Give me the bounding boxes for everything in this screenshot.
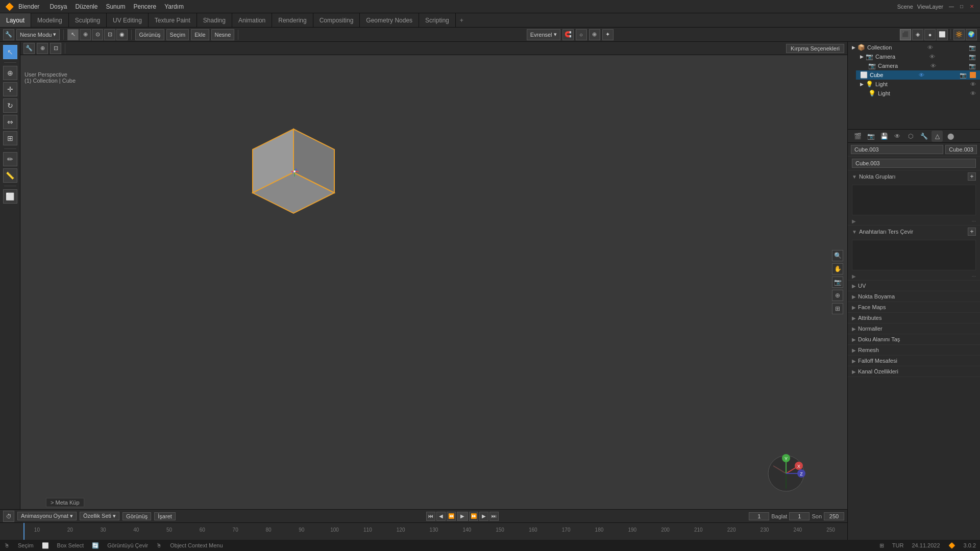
- tab-rendering[interactable]: Rendering: [272, 13, 313, 27]
- camera-icon[interactable]: 📷: [832, 277, 843, 288]
- tab-modeling[interactable]: Modeling: [31, 13, 69, 27]
- object-name-input[interactable]: [851, 145, 943, 154]
- proportional-edit-icon[interactable]: ○: [576, 29, 587, 40]
- camera-eye[interactable]: 👁: [930, 63, 936, 69]
- minimize-btn[interactable]: —: [947, 3, 955, 11]
- tool-rotate[interactable]: ↻: [3, 98, 17, 113]
- close-btn[interactable]: ✕: [968, 3, 976, 11]
- attributes-section-header[interactable]: ▶ Attributes: [848, 313, 980, 323]
- mesh-name-input[interactable]: [852, 159, 976, 168]
- prev-keyframe-btn[interactable]: ⏪: [447, 512, 456, 521]
- camera-parent-eye[interactable]: 👁: [929, 54, 935, 60]
- tool-measure[interactable]: 📏: [3, 168, 17, 183]
- outliner-item-camera[interactable]: 📷 Camera 👁 📷: [864, 61, 980, 70]
- camera-parent-render[interactable]: 📷: [969, 54, 976, 60]
- falloff-section-header[interactable]: ▶ Falloff Mesafesi: [848, 356, 980, 366]
- add-workspace-btn[interactable]: +: [456, 15, 468, 26]
- menu-yardim[interactable]: Yardım: [160, 2, 188, 11]
- tab-sculpting[interactable]: Sculpting: [69, 13, 107, 27]
- solid-mode-icon[interactable]: ⬛: [900, 29, 911, 40]
- remesh-section-header[interactable]: ▶ Remesh: [848, 345, 980, 356]
- light-eye[interactable]: 👁: [970, 90, 976, 96]
- face-maps-section-header[interactable]: ▶ Face Maps: [848, 302, 980, 313]
- local-icon[interactable]: ⊙: [92, 29, 103, 40]
- wireframe-mode-icon[interactable]: ⬜: [937, 29, 948, 40]
- view-dropdown-btn[interactable]: Görünüş: [122, 512, 151, 520]
- tab-animation[interactable]: Animation: [232, 13, 272, 27]
- light-parent-eye[interactable]: 👁: [970, 81, 976, 87]
- props-tab-output[interactable]: 💾: [878, 131, 890, 142]
- tool-cursor[interactable]: ⊕: [3, 66, 17, 80]
- vertex-groups-add-btn[interactable]: +: [968, 172, 976, 181]
- collection-render[interactable]: 📷: [969, 44, 976, 51]
- transform-orient-btn[interactable]: Evrensel ▾: [527, 29, 560, 40]
- viewport-3d[interactable]: 🔧 ⊕ ⊡ Kırpma Seçenekleri: [20, 42, 847, 509]
- view-select-icon[interactable]: ↖: [67, 29, 79, 40]
- uv-section-header[interactable]: ▶ UV: [848, 281, 980, 291]
- snapping-icon[interactable]: ⊡: [104, 29, 115, 40]
- tab-compositing[interactable]: Compositing: [313, 13, 360, 27]
- custom-props-section-header[interactable]: ▶ Kanal Özellikleri: [848, 366, 980, 377]
- tab-scripting[interactable]: Scripting: [419, 13, 456, 27]
- view-menu-btn[interactable]: Görünüş: [135, 29, 164, 40]
- outliner-item-camera-parent[interactable]: ▶ 📷 Camera 👁 📷: [856, 52, 980, 61]
- playback-dropdown-btn[interactable]: Animasyonu Oynat ▾: [17, 512, 77, 520]
- timeline-ruler[interactable]: 10 20 30 40 50 60 70 80 90 100 110 120 1…: [0, 523, 847, 540]
- next-keyframe-btn[interactable]: ⏩: [469, 512, 478, 521]
- outliner-item-light-parent[interactable]: ▶ 💡 Light 👁: [856, 80, 980, 89]
- vp-overlay-icon[interactable]: ⊕: [37, 43, 48, 54]
- collection-eye[interactable]: 👁: [927, 44, 933, 51]
- son-value-input[interactable]: [824, 512, 844, 520]
- start-frame-input[interactable]: [749, 512, 769, 520]
- navigation-gizmo[interactable]: X Y Z: [766, 453, 806, 494]
- cube-eye[interactable]: 👁: [919, 72, 924, 78]
- pan-icon[interactable]: ✋: [832, 263, 843, 274]
- tool-add-cube[interactable]: ⬜: [3, 189, 17, 204]
- outliner-item-light[interactable]: 💡 Light 👁: [864, 89, 980, 98]
- rendered-mode-icon[interactable]: ●: [924, 29, 936, 40]
- vp-gizmo-icon[interactable]: ⊡: [50, 43, 61, 54]
- normals-section-header[interactable]: ▶ Normaller: [848, 323, 980, 334]
- tab-shading[interactable]: Shading: [197, 13, 232, 27]
- cube-object[interactable]: [240, 121, 347, 229]
- keying-dropdown-btn[interactable]: Özellik Seti ▾: [80, 512, 119, 520]
- mode-dropdown-btn[interactable]: Nesne Modu ▾: [16, 29, 60, 40]
- props-tab-modifier[interactable]: 🔧: [918, 131, 929, 142]
- play-btn[interactable]: ▶: [457, 512, 468, 521]
- vertex-groups-header[interactable]: ▼ Nokta Grupları +: [848, 170, 980, 183]
- props-tab-view[interactable]: 👁: [892, 131, 903, 142]
- menu-duzenle[interactable]: Düzenle: [71, 2, 102, 11]
- mode-icon[interactable]: 🔧: [3, 29, 14, 40]
- zoom-icon[interactable]: 🔍: [832, 250, 843, 261]
- orbit-icon[interactable]: ⊕: [832, 290, 843, 301]
- scene-world-icon[interactable]: 🌍: [966, 29, 977, 40]
- tool-transform[interactable]: ⊞: [3, 131, 17, 145]
- add-menu-btn[interactable]: Ekle: [191, 29, 209, 40]
- prev-frame-btn[interactable]: ◀: [436, 512, 446, 521]
- tab-uv-editing[interactable]: UV Editing: [107, 13, 149, 27]
- snap-icon[interactable]: 🧲: [562, 29, 574, 40]
- menu-pencere[interactable]: Pencere: [129, 2, 160, 11]
- tab-texture-paint[interactable]: Texture Paint: [149, 13, 197, 27]
- tool-scale[interactable]: ⇔: [3, 115, 17, 129]
- material-mode-icon[interactable]: ◈: [912, 29, 923, 40]
- global-icon[interactable]: ⊕: [80, 29, 91, 40]
- shape-keys-header[interactable]: ▼ Anahtarları Ters Çevir +: [848, 226, 980, 238]
- props-tab-data[interactable]: △: [932, 131, 943, 142]
- props-tab-material[interactable]: ⬤: [945, 131, 956, 142]
- jump-start-btn[interactable]: ⏮: [426, 512, 435, 521]
- jump-end-btn[interactable]: ⏭: [489, 512, 499, 521]
- shape-keys-add-btn[interactable]: +: [968, 228, 976, 236]
- vertex-paint-section-header[interactable]: ▶ Nokta Boyama: [848, 291, 980, 302]
- texture-space-section-header[interactable]: ▶ Doku Alanını Taş: [848, 334, 980, 345]
- clip-options-btn[interactable]: Kırpma Seçenekleri: [786, 44, 844, 53]
- props-tab-object[interactable]: ⬡: [905, 131, 916, 142]
- grid-icon[interactable]: ⊞: [832, 303, 843, 314]
- props-tab-render[interactable]: 📷: [865, 131, 876, 142]
- tab-layout[interactable]: Layout: [0, 13, 31, 27]
- tab-geometry-nodes[interactable]: Geometry Nodes: [360, 13, 419, 27]
- marker-dropdown-btn[interactable]: İşaret: [154, 512, 176, 520]
- props-tab-scene[interactable]: 🎬: [852, 131, 863, 142]
- timeline-type-icon[interactable]: ⏱: [3, 511, 14, 522]
- object-menu-btn[interactable]: Nesne: [211, 29, 235, 40]
